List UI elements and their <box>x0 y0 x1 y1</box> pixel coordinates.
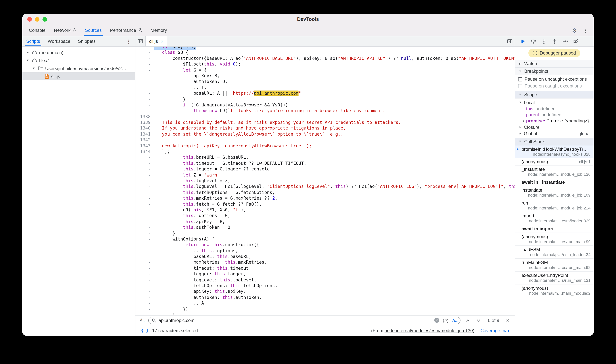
line-number[interactable]: - <box>135 47 154 50</box>
editor-tab-clijs[interactable]: cli.js × <box>145 36 167 46</box>
window-titlebar[interactable]: DevTools <box>22 14 594 25</box>
call-stack-frame[interactable]: importnode:internal/m…esm/loader:329 <box>515 212 594 225</box>
call-stack-frame[interactable]: _instantiatenode:internal/m…module_job:1… <box>515 166 594 178</box>
call-stack-frame[interactable]: instantiatenode:internal/m…module_job:10… <box>515 186 594 199</box>
tree-item[interactable]: ▾Users/jinhuilee/.nvm/versions/node/v2… <box>22 65 135 72</box>
line-number[interactable]: 1338 <box>135 114 154 120</box>
search-field[interactable]: × (.*) Aa <box>148 316 461 324</box>
more-options-icon[interactable]: ⋮ <box>583 28 588 33</box>
call-stack-frame[interactable]: (anonymous)node:internal/m…es/run_main:9… <box>515 233 594 246</box>
line-number[interactable]: - <box>135 242 154 248</box>
line-number[interactable]: - <box>135 67 154 73</box>
replace-toggle-icon[interactable]: AB <box>140 318 144 323</box>
coverage-link[interactable]: Coverage: n/a <box>480 328 509 333</box>
line-number[interactable]: - <box>135 108 154 114</box>
call-stack-frame[interactable]: executeUserEntryPointnode:internal/m…s/r… <box>515 272 594 285</box>
line-number[interactable]: - <box>135 85 154 91</box>
call-stack-frame[interactable]: (anonymous)cli.js:1 <box>515 158 594 166</box>
line-number[interactable]: - <box>135 254 154 260</box>
source-code-viewer[interactable]: -var Xs0, $F1,-class $B {- constructor({… <box>135 47 515 315</box>
line-number[interactable]: - <box>135 231 154 236</box>
line-number[interactable]: - <box>135 213 154 219</box>
line-number[interactable]: - <box>135 195 154 201</box>
match-case-toggle-button[interactable]: Aa <box>452 318 459 323</box>
close-search-icon[interactable]: × <box>506 317 509 323</box>
line-number[interactable]: - <box>135 271 154 277</box>
section-watch[interactable]: ▸ Watch <box>515 60 594 67</box>
line-number[interactable]: - <box>135 225 154 231</box>
tab-performance[interactable]: Performance <box>106 25 146 36</box>
line-number[interactable]: - <box>135 61 154 67</box>
checkbox[interactable] <box>518 77 522 81</box>
call-stack-frame[interactable]: runnode:internal/m…module_job:214 <box>515 199 594 212</box>
tree-item[interactable]: ▸(no domain) <box>22 49 135 56</box>
tab-network[interactable]: Network <box>50 25 81 36</box>
breakpoint-option[interactable]: Pause on uncaught exceptions <box>515 76 594 83</box>
settings-gear-icon[interactable]: ⚙ <box>572 27 577 33</box>
line-number[interactable]: - <box>135 236 154 242</box>
line-number[interactable]: - <box>135 50 154 56</box>
call-stack-frame[interactable]: ▶promiseInitHookWithDestroyTr…node:inter… <box>515 145 594 158</box>
pretty-print-icon[interactable]: { } <box>141 328 149 333</box>
line-number[interactable]: - <box>135 91 154 96</box>
line-number[interactable]: 1340 <box>135 126 154 131</box>
line-number[interactable]: 1341 <box>135 131 154 137</box>
tab-console[interactable]: Console <box>25 25 50 36</box>
scope-property[interactable]: parent:undefined <box>515 112 594 118</box>
line-number[interactable]: - <box>135 201 154 207</box>
next-match-button[interactable] <box>475 319 482 322</box>
line-number[interactable]: - <box>135 283 154 289</box>
call-stack-frame[interactable]: loadESMnode:internal/p…/esm_loader:34 <box>515 246 594 259</box>
line-number[interactable]: - <box>135 155 154 161</box>
line-number[interactable]: - <box>135 306 154 312</box>
step-out-button[interactable] <box>551 38 558 44</box>
source-origin-link[interactable]: node:internal/modules/esm/module_job:130 <box>385 328 473 333</box>
section-call-stack[interactable]: ▾ Call Stack <box>515 138 594 145</box>
clear-search-icon[interactable]: × <box>434 318 439 323</box>
line-number[interactable]: - <box>135 207 154 213</box>
line-number[interactable]: 1344 <box>135 149 154 155</box>
sidebar-tab-workspace[interactable]: Workspace <box>44 36 74 46</box>
scope-group[interactable]: ▸Closure <box>515 124 594 130</box>
toggle-navigator-pane-icon[interactable] <box>135 36 145 46</box>
line-number[interactable]: - <box>135 73 154 79</box>
scope-property[interactable]: this:undefined <box>515 106 594 112</box>
scope-group[interactable]: ▾Local <box>515 99 594 106</box>
step-into-button[interactable] <box>541 38 547 44</box>
sidebar-tab-snippets[interactable]: Snippets <box>74 36 99 46</box>
line-number[interactable]: 1342 <box>135 137 154 143</box>
tree-item[interactable]: cli.js <box>22 72 135 80</box>
line-number[interactable]: - <box>135 312 154 315</box>
line-number[interactable]: - <box>135 172 154 178</box>
step-button[interactable] <box>562 38 568 44</box>
line-number[interactable]: - <box>135 277 154 283</box>
line-number[interactable]: - <box>135 295 154 300</box>
line-number[interactable]: - <box>135 190 154 196</box>
resume-button[interactable] <box>520 38 526 44</box>
regex-toggle-button[interactable]: (.*) <box>442 318 449 323</box>
section-scope[interactable]: ▾ Scope <box>515 91 594 98</box>
scope-property[interactable]: ▸promise:Promise {<pending>} <box>515 118 594 124</box>
line-number[interactable]: - <box>135 161 154 167</box>
line-number[interactable]: - <box>135 248 154 254</box>
tab-sources[interactable]: Sources <box>81 25 106 36</box>
line-number[interactable]: - <box>135 289 154 295</box>
checkbox[interactable] <box>518 84 522 88</box>
line-number[interactable]: - <box>135 300 154 306</box>
zoom-button[interactable] <box>42 17 47 22</box>
close-button[interactable] <box>27 17 32 22</box>
navigator-more-options-icon[interactable]: ⋮ <box>126 36 135 46</box>
call-stack-frame[interactable]: (anonymous)node:internal/m…main_module:2 <box>515 285 594 297</box>
line-number[interactable]: - <box>135 266 154 271</box>
line-number[interactable]: - <box>135 219 154 225</box>
line-number[interactable]: - <box>135 178 154 184</box>
line-number[interactable]: - <box>135 56 154 62</box>
sidebar-tab-scripts[interactable]: Scripts <box>22 36 44 46</box>
tab-memory[interactable]: Memory <box>146 25 171 36</box>
toggle-debugger-pane-icon[interactable] <box>505 36 515 46</box>
scope-group[interactable]: ▸Globalglobal <box>515 130 594 137</box>
line-number[interactable]: - <box>135 260 154 266</box>
previous-match-button[interactable] <box>464 319 471 322</box>
line-number[interactable]: - <box>135 166 154 172</box>
line-number[interactable]: - <box>135 102 154 108</box>
